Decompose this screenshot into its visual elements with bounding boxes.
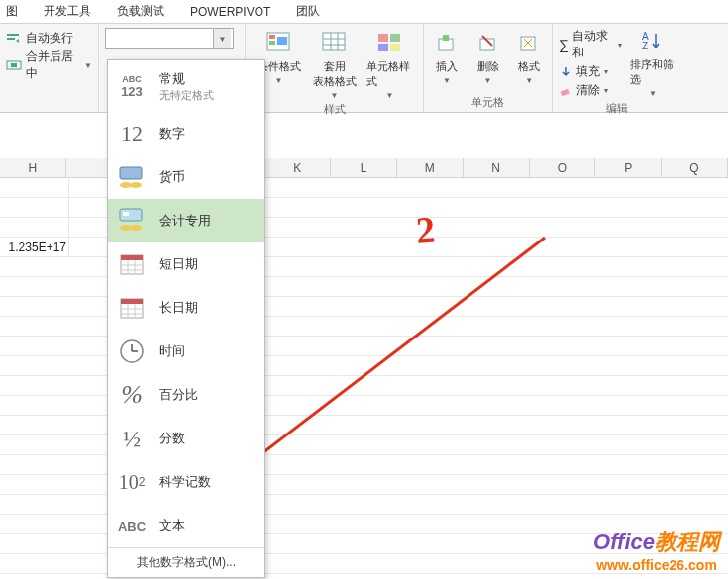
format-percentage[interactable]: % 百分比 — [108, 373, 264, 417]
calendar-icon — [114, 246, 150, 282]
btn-label: 清除 — [576, 82, 600, 99]
format-number[interactable]: 12 数字 — [108, 112, 264, 155]
chevron-down-icon: ▼ — [484, 76, 492, 85]
format-fraction[interactable]: ½ 分数 — [108, 417, 264, 460]
btn-label: 排序和筛选 — [630, 57, 676, 87]
chevron-down-icon: ▾ — [604, 86, 608, 95]
format-general[interactable]: ABC123 常规无特定格式 — [108, 60, 264, 112]
group-alignment: 自动换行 合并后居中 ▼ — [0, 24, 99, 112]
wm-url: www.office26.com — [593, 557, 720, 573]
item-label: 分数 — [159, 430, 185, 447]
svg-rect-29 — [123, 212, 129, 216]
number-icon: 12 — [114, 116, 150, 151]
format-text[interactable]: ABC 文本 — [108, 504, 264, 547]
insert-icon — [436, 33, 458, 54]
svg-point-27 — [130, 182, 142, 188]
svg-rect-39 — [121, 299, 143, 304]
number-format-dropdown-button[interactable]: ▼ — [213, 29, 231, 48]
sort-filter-button[interactable]: AZ 排序和筛选▼ — [630, 28, 676, 99]
wrap-label: 自动换行 — [26, 30, 73, 47]
btn-label: 套用 表格格式 — [313, 59, 357, 89]
chevron-down-icon: ▼ — [84, 61, 92, 70]
menu-item[interactable]: 开发工具 — [44, 3, 91, 20]
format-accounting[interactable]: 会计专用 — [108, 199, 264, 242]
chevron-down-icon: ▼ — [649, 89, 657, 98]
more-number-formats[interactable]: 其他数字格式(M)... — [108, 547, 264, 577]
format-short-date[interactable]: 短日期 — [108, 242, 264, 286]
format-as-table-button[interactable]: 套用 表格格式 ▼ — [311, 30, 359, 100]
btn-label: 插入 — [436, 59, 458, 74]
chevron-down-icon: ▼ — [275, 76, 283, 85]
btn-label: 格式 — [518, 59, 540, 74]
wm-brand2: 教程网 — [655, 530, 720, 554]
chevron-down-icon: ▼ — [331, 91, 339, 100]
svg-rect-22 — [561, 88, 570, 95]
cell-styles-button[interactable]: 单元格样式 ▼ — [366, 30, 414, 100]
menu-item[interactable]: 图 — [6, 3, 18, 20]
wm-brand: Office — [593, 530, 655, 554]
menu-item[interactable]: 团队 — [296, 3, 320, 20]
format-scientific[interactable]: 102 科学记数 — [108, 460, 264, 504]
btn-label: 自动求和 — [572, 28, 614, 61]
format-long-date[interactable]: 长日期 — [108, 286, 264, 330]
svg-rect-8 — [323, 33, 345, 50]
group-label: 单元格 — [430, 95, 546, 110]
number-format-combo[interactable]: ▼ — [105, 28, 234, 49]
fill-icon — [559, 65, 572, 79]
col-header[interactable]: P — [595, 158, 662, 177]
format-button[interactable]: 格式▼ — [512, 30, 546, 93]
general-icon: ABC123 — [114, 68, 150, 104]
chevron-down-icon: ▾ — [618, 41, 622, 49]
item-label: 文本 — [159, 517, 185, 534]
group-label: 编辑 — [559, 101, 676, 116]
percent-icon: % — [114, 377, 150, 413]
item-label: 百分比 — [159, 386, 198, 404]
menu-item[interactable]: 负载测试 — [117, 3, 164, 20]
fraction-icon: ½ — [114, 421, 150, 456]
col-header[interactable]: H — [0, 158, 66, 177]
col-header[interactable]: O — [530, 158, 596, 177]
delete-button[interactable]: 删除▼ — [471, 30, 505, 93]
menu-item[interactable]: POWERPIVOT — [190, 5, 270, 19]
group-styles: 条件格式 ▼ 套用 表格格式 ▼ 单元格样式 ▼ 样式 — [246, 24, 424, 112]
calendar-icon — [114, 290, 150, 326]
svg-rect-13 — [378, 34, 388, 42]
sigma-icon: ∑ — [559, 37, 569, 52]
svg-rect-1 — [7, 38, 15, 40]
svg-rect-21 — [521, 37, 535, 50]
clear-button[interactable]: 清除 ▾ — [559, 82, 622, 99]
col-header[interactable]: K — [264, 158, 331, 177]
merge-label: 合并后居中 — [26, 48, 80, 82]
cell-style-icon — [376, 31, 404, 56]
svg-text:Z: Z — [642, 41, 648, 51]
item-label: 常规 — [159, 70, 214, 88]
clock-icon — [114, 334, 150, 369]
insert-button[interactable]: 插入▼ — [430, 30, 464, 93]
col-header[interactable]: L — [331, 158, 397, 177]
col-header[interactable]: Q — [662, 158, 728, 177]
cell-value[interactable]: 1.235E+17 — [0, 238, 69, 256]
svg-rect-18 — [443, 35, 449, 41]
col-header[interactable]: M — [397, 158, 464, 177]
wrap-icon — [6, 31, 22, 47]
format-time[interactable]: 时间 — [108, 330, 264, 373]
chevron-down-icon: ▾ — [604, 67, 608, 76]
item-label: 会计专用 — [159, 212, 211, 230]
item-label: 数字 — [159, 125, 185, 143]
sort-icon: AZ — [640, 30, 666, 53]
merge-center-button[interactable]: 合并后居中 ▼ — [6, 48, 92, 82]
number-format-input[interactable] — [106, 30, 213, 48]
svg-rect-33 — [121, 255, 143, 260]
svg-rect-7 — [277, 37, 287, 45]
fill-button[interactable]: 填充 ▾ — [559, 63, 622, 80]
format-currency[interactable]: 货币 — [108, 155, 264, 199]
table-icon — [321, 31, 349, 56]
svg-rect-25 — [120, 167, 142, 179]
number-format-dropdown: ABC123 常规无特定格式 12 数字 货币 会计专用 短日期 长日期 时间 … — [107, 59, 265, 578]
col-header[interactable]: N — [464, 158, 530, 177]
btn-label: 单元格样式 — [366, 59, 414, 89]
svg-rect-3 — [11, 63, 17, 67]
chevron-down-icon: ▼ — [386, 91, 394, 100]
autosum-button[interactable]: ∑自动求和 ▾ — [559, 28, 622, 61]
wrap-text-button[interactable]: 自动换行 — [6, 30, 92, 47]
